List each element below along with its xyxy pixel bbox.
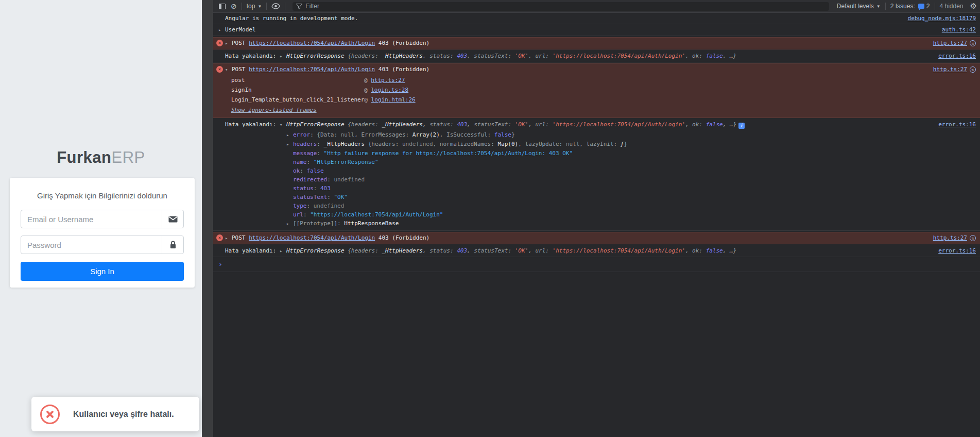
log-levels-selector[interactable]: Default levels ▼ <box>834 3 883 10</box>
source-location: http.ts:27⇅ <box>933 234 976 242</box>
expand-arrow-icon[interactable]: ▸ <box>286 220 293 228</box>
console-sidebar-toggle[interactable] <box>216 0 228 12</box>
console-text: null <box>341 131 355 138</box>
initiator-icon[interactable]: ⇅ <box>970 66 976 73</box>
hidden-messages-count[interactable]: 4 hidden <box>937 3 966 10</box>
console-log-row: Hata yakalandı: ▸HttpErrorResponse {head… <box>213 51 980 62</box>
console-text: false <box>494 131 511 138</box>
console-text: Hata yakalandı: <box>225 53 280 59</box>
console-error-row: ✕▾POST https://localhost:7054/api/Auth/L… <box>213 64 980 75</box>
console-text: : <box>303 211 310 218</box>
expand-arrow-icon[interactable]: ▸ <box>280 247 286 255</box>
issues-counter[interactable]: 2 Issues: 2 <box>888 3 933 10</box>
eye-icon <box>271 3 280 9</box>
console-text: "HttpErrorResponse" <box>314 159 379 165</box>
object-property-row: ▸error: {Data: null, ErrorMessages: Arra… <box>213 130 980 140</box>
clear-console-button[interactable]: ⊘ <box>228 0 239 12</box>
console-expanded-object: Hata yakalandı: ▾HttpErrorResponse {head… <box>213 119 980 231</box>
prompt-chevron-icon: › <box>218 260 222 268</box>
source-link[interactable]: http.ts:27 <box>933 65 967 73</box>
source-link[interactable]: error.ts:16 <box>938 121 976 128</box>
username-input[interactable] <box>21 210 162 228</box>
expand-arrow-icon[interactable]: ▸ <box>286 131 293 139</box>
source-link[interactable]: debug_node.mjs:18179 <box>908 14 976 22</box>
console-text: headers <box>293 141 317 147</box>
stack-frame-row: Login_Template_button_click_21_listener@… <box>213 95 980 105</box>
sign-in-button[interactable]: Sign In <box>21 262 184 281</box>
console-text: , url: <box>528 53 552 59</box>
console-text: [[Prototype]]: <box>293 220 344 227</box>
settings-gear-icon[interactable]: ⚙ <box>970 2 977 11</box>
create-live-expression-button[interactable] <box>269 0 283 12</box>
console-text: ok <box>293 167 300 174</box>
source-location: error.ts:16 <box>938 52 976 60</box>
console-text: false <box>706 53 723 59</box>
object-property-row: message: "Http failure response for http… <box>213 149 980 158</box>
console-text: 'OK' <box>515 121 529 128</box>
expand-arrow-icon[interactable]: ▸ <box>218 26 225 34</box>
console-text: HttpErrorResponse <box>286 121 348 128</box>
error-badge-icon: ✕ <box>216 234 223 241</box>
source-link[interactable]: login.html:26 <box>371 96 416 103</box>
console-text: , statusText: <box>467 53 515 59</box>
error-toast: Kullanıcı veya şifre hatalı. <box>31 397 199 431</box>
expand-arrow-icon[interactable]: ▸ <box>225 234 232 242</box>
console-text: , url: <box>528 247 552 254</box>
console-filter-input[interactable]: Filter <box>293 2 829 11</box>
source-link[interactable]: error.ts:16 <box>938 247 976 255</box>
source-link[interactable]: http.ts:27 <box>933 234 967 242</box>
console-log-row: ▸UserModelauth.ts:42 <box>213 24 980 36</box>
toolbar-divider <box>935 3 935 10</box>
object-property-row: status: 403 <box>213 184 980 193</box>
console-log-row: Hata yakalandı: ▾HttpErrorResponse {head… <box>213 119 980 130</box>
console-text: {headers: <box>348 53 382 59</box>
console-text: 403 (Forbidden) <box>375 234 429 241</box>
console-text: 'https://localhost:7054/api/Auth/Login' <box>553 53 685 59</box>
console-text: , normalizedNames: <box>433 141 498 147</box>
collapse-arrow-icon[interactable]: ▾ <box>225 66 232 74</box>
console-text: _HttpHeaders <box>324 141 368 147</box>
console-text: Hata yakalandı: <box>225 247 280 254</box>
expand-arrow-icon[interactable]: ▸ <box>280 53 286 60</box>
login-card: Giriş Yapmak için Bilgilerinizi doldurun… <box>10 178 195 288</box>
expand-arrow-icon[interactable]: ▸ <box>225 40 232 47</box>
console-text: 403 <box>457 121 467 128</box>
console-text: : <box>314 185 320 192</box>
source-link[interactable]: error.ts:16 <box>938 52 976 60</box>
console-text: 403 <box>457 247 467 254</box>
collapse-arrow-icon[interactable]: ▾ <box>280 121 286 129</box>
console-text: HttpResponseBase <box>344 220 399 227</box>
console-url-link[interactable]: https://localhost:7054/api/Auth/Login <box>249 66 375 73</box>
console-text: "OK" <box>334 194 348 200</box>
console-text: 403 <box>457 53 467 59</box>
source-location: http.ts:27⇅ <box>933 39 976 47</box>
stack-frame-row: post@ http.ts:27 <box>213 75 980 85</box>
console-prompt[interactable]: › <box>213 257 980 272</box>
console-url-link[interactable]: https://localhost:7054/api/Auth/Login <box>249 40 375 46</box>
console-text: POST <box>232 66 249 73</box>
source-link[interactable]: http.ts:27 <box>933 39 967 47</box>
console-text: undefined <box>334 176 365 183</box>
source-link[interactable]: login.ts:28 <box>371 87 408 93</box>
show-ignore-listed-frames-link[interactable]: Show ignore-listed frames <box>213 105 980 115</box>
console-text: "Http failure response for https://local… <box>324 150 573 157</box>
password-field-group <box>21 236 184 254</box>
page-scrollbar[interactable] <box>202 0 213 437</box>
initiator-icon[interactable]: ⇅ <box>970 235 976 241</box>
source-location: auth.ts:42 <box>942 26 976 33</box>
source-link[interactable]: auth.ts:42 <box>942 26 976 33</box>
console-text: 'https://localhost:7054/api/Auth/Login' <box>553 247 685 254</box>
info-icon[interactable]: i <box>738 123 745 129</box>
password-input[interactable] <box>21 236 162 254</box>
frame-context-selector[interactable]: top ▼ <box>244 0 265 12</box>
expand-arrow-icon[interactable]: ▸ <box>286 141 293 148</box>
console-text: : <box>327 176 334 183</box>
issues-label: 2 Issues: <box>890 3 915 10</box>
toast-message: Kullanıcı veya şifre hatalı. <box>73 410 174 419</box>
login-heading: Giriş Yapmak için Bilgilerinizi doldurun <box>10 191 195 200</box>
initiator-icon[interactable]: ⇅ <box>970 40 976 46</box>
console-text: : <box>300 167 306 174</box>
console-text: , …} <box>723 121 737 128</box>
console-url-link[interactable]: https://localhost:7054/api/Auth/Login <box>249 234 375 241</box>
source-link[interactable]: http.ts:27 <box>371 77 405 83</box>
